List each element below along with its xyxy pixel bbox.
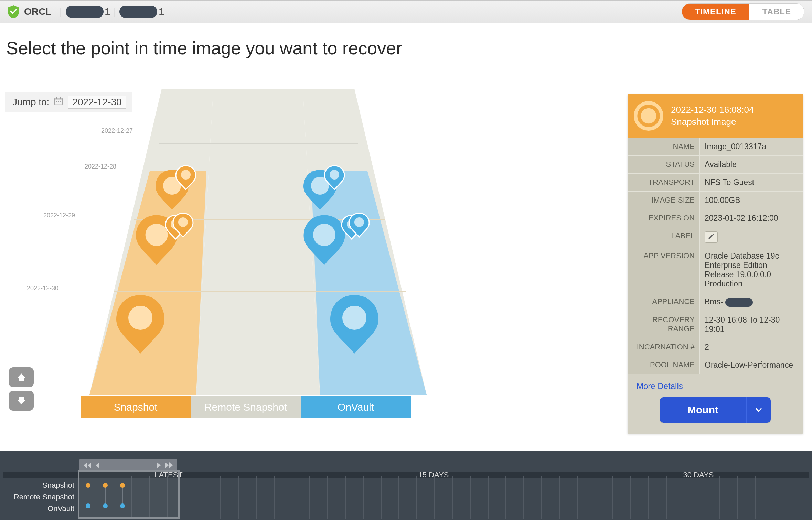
value-status: Available — [700, 156, 803, 173]
tab-table[interactable]: TABLE — [749, 4, 804, 20]
mount-dropdown-button[interactable] — [746, 397, 771, 423]
svg-marker-7 — [196, 89, 320, 395]
scrubber-tick — [149, 476, 150, 519]
scrubber-tick — [488, 476, 489, 519]
scrubber-dot-onvault[interactable] — [86, 503, 90, 508]
svg-rect-4 — [56, 101, 57, 102]
scrubber-dot-snapshot[interactable] — [120, 483, 125, 488]
scroll-up-button[interactable] — [9, 367, 34, 387]
jump-to-label: Jump to: — [12, 97, 49, 108]
scrubber-tick — [167, 476, 168, 519]
database-name: ORCL — [24, 6, 51, 17]
separator: | — [114, 6, 116, 17]
tab-timeline[interactable]: TIMELINE — [682, 4, 749, 20]
scrubber-dot-snapshot[interactable] — [103, 483, 108, 488]
scrubber-tick — [131, 476, 132, 519]
redacted-value — [725, 298, 753, 307]
label-label: LABEL — [628, 227, 700, 247]
detail-header: 2022-12-30 16:08:04 Snapshot Image — [628, 94, 803, 138]
lane-remote-snapshot[interactable]: Remote Snapshot — [191, 396, 301, 418]
value-name: Image_0013317a — [700, 138, 803, 155]
top-bar: ORCL | 1 | 1 TIMELINE TABLE — [0, 0, 812, 23]
label-name: NAME — [628, 138, 700, 155]
scrubber-rewind-fast-icon[interactable] — [83, 462, 92, 469]
scrubber-nav-pad — [79, 459, 177, 472]
scrubber-dot-onvault[interactable] — [103, 503, 108, 508]
scrubber-tick — [577, 476, 578, 519]
value-incarnation: 2 — [700, 338, 803, 356]
scrubber-tick — [791, 476, 791, 519]
svg-rect-5 — [58, 101, 59, 102]
scrubber-tick — [666, 476, 667, 519]
label-incarnation: INCARNATION # — [628, 338, 700, 356]
scrubber-ticks — [78, 476, 809, 519]
host-suffix-1: 1 — [105, 6, 110, 17]
value-app-version: Oracle Database 19c Enterprise Edition R… — [700, 247, 803, 293]
value-pool-name: Oracle-Low-Performance — [700, 356, 803, 374]
mount-split-button: Mount — [660, 397, 771, 423]
svg-rect-2 — [56, 97, 57, 99]
scrubber-row-labels: Snapshot Remote Snapshot OnVault — [0, 479, 78, 514]
lane-onvault[interactable]: OnVault — [301, 396, 411, 418]
scrubber-rewind-icon[interactable] — [94, 462, 100, 469]
host-pill-2 — [119, 6, 157, 18]
scrubber-dot-snapshot[interactable] — [86, 483, 90, 488]
label-transport: TRANSPORT — [628, 174, 700, 191]
scrubber-tick — [78, 476, 78, 519]
scrubber-tick — [559, 476, 560, 519]
scrubber-tick — [238, 476, 239, 519]
value-appliance: Bms- — [700, 293, 803, 311]
svg-rect-3 — [60, 97, 61, 99]
detail-datetime: 2022-12-30 16:08:04 — [671, 105, 754, 115]
scrubber-tick — [702, 476, 702, 519]
svg-marker-11 — [311, 171, 427, 395]
scrubber-tick — [434, 476, 435, 519]
scrubber-forward-fast-icon[interactable] — [164, 462, 174, 469]
svg-marker-9 — [89, 171, 206, 395]
edit-label-button[interactable] — [705, 231, 718, 243]
value-label — [700, 227, 803, 247]
scrubber-tick — [755, 476, 756, 519]
scrubber-tick — [327, 476, 328, 519]
separator: | — [60, 6, 62, 17]
scrubber-tick — [470, 476, 471, 519]
label-status: STATUS — [628, 156, 700, 173]
scrubber-tick — [648, 476, 649, 519]
scroll-down-button[interactable] — [9, 391, 34, 411]
scrubber-tick — [345, 476, 346, 519]
image-detail-panel: 2022-12-30 16:08:04 Snapshot Image NAMEI… — [628, 94, 803, 434]
more-details-link[interactable]: More Details — [637, 381, 683, 391]
scrubber-tick — [96, 476, 96, 519]
scrubber-tick — [185, 476, 185, 519]
value-recovery-range: 12-30 16:08 To 12-30 19:01 — [700, 311, 803, 338]
scrubber-forward-icon[interactable] — [156, 462, 162, 469]
timeline-lanes[interactable] — [83, 89, 434, 415]
label-appliance: APPLIANCE — [628, 293, 700, 311]
value-expires-on: 2023-01-02 16:12:00 — [700, 209, 803, 227]
scrubber-tick — [505, 476, 506, 519]
scrubber-tick — [309, 476, 310, 519]
host-pill-1 — [66, 6, 104, 18]
timeline-scrubber[interactable]: Snapshot Remote Snapshot OnVault LATEST … — [0, 451, 812, 520]
scrubber-tick — [523, 476, 524, 519]
scrubber-tick — [809, 476, 809, 519]
label-image-size: IMAGE SIZE — [628, 192, 700, 209]
svg-rect-6 — [60, 101, 61, 102]
scrubber-tick — [256, 476, 257, 519]
scrubber-tick — [737, 476, 738, 519]
label-recovery-range: RECOVERY RANGE — [628, 311, 700, 338]
label-pool-name: POOL NAME — [628, 356, 700, 374]
timeline-date-label: 2022-12-30 — [27, 285, 58, 292]
calendar-icon[interactable] — [54, 97, 63, 108]
scrubber-tick — [684, 476, 684, 519]
host-suffix-2: 1 — [159, 6, 164, 17]
scrubber-dot-onvault[interactable] — [120, 503, 125, 508]
scrubber-tick — [363, 476, 364, 519]
scrubber-tick — [114, 476, 114, 519]
lane-snapshot[interactable]: Snapshot — [81, 396, 191, 418]
label-expires-on: EXPIRES ON — [628, 209, 700, 227]
mount-button[interactable]: Mount — [660, 397, 746, 423]
scrubber-tick — [292, 476, 292, 519]
scrubber-tick — [416, 476, 417, 519]
scrubber-tick — [274, 476, 275, 519]
